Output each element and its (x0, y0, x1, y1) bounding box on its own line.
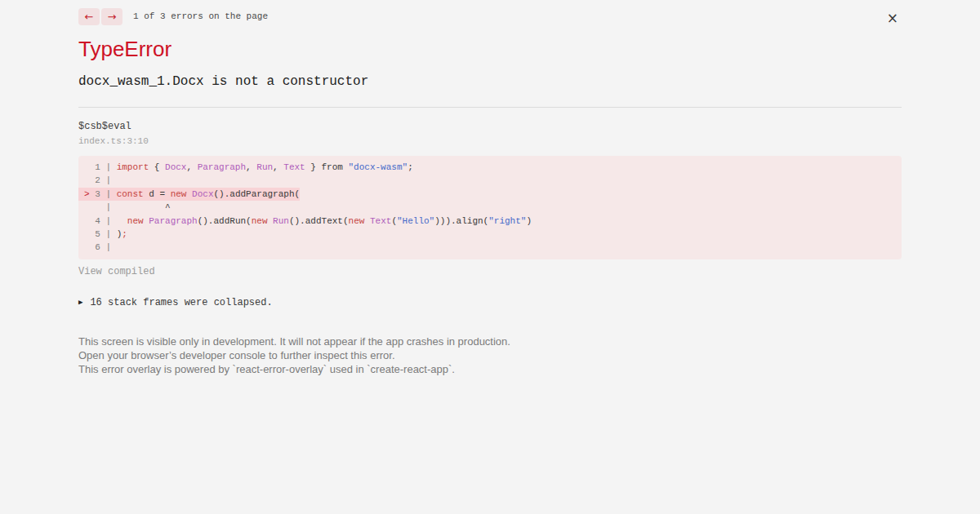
stack-frames-toggle[interactable]: ▶ 16 stack frames were collapsed. (78, 297, 902, 308)
stack-frames-summary: 16 stack frames were collapsed. (90, 297, 272, 308)
code-line: 6 | (84, 241, 896, 254)
next-error-button[interactable]: → (101, 8, 122, 25)
close-button[interactable]: × (887, 11, 898, 25)
right-arrow-icon: → (108, 11, 117, 23)
code-line: 2 | (84, 174, 896, 187)
frame-location: index.ts:3:10 (78, 136, 902, 146)
error-nav: ← → 1 of 3 errors on the page (78, 7, 902, 25)
code-line: 4 | new Paragraph().addRun(new Run().add… (84, 215, 896, 228)
close-icon: × (887, 10, 898, 26)
error-type-heading: TypeError (78, 37, 902, 62)
code-line: 5 | ); (84, 228, 896, 241)
overlay-content: ← → 1 of 3 errors on the page TypeError … (78, 0, 902, 376)
error-overlay: ← → 1 of 3 errors on the page TypeError … (0, 0, 980, 514)
footer-note: This screen is visible only in developme… (78, 335, 902, 348)
divider (78, 107, 902, 108)
frame-function-name: $csb$eval (78, 121, 902, 132)
code-line: > 3 | const d = new Docx().addParagraph( (84, 188, 896, 201)
error-counter: 1 of 3 errors on the page (133, 11, 268, 21)
view-compiled-link[interactable]: View compiled (78, 266, 155, 277)
footer-note: This error overlay is powered by `react-… (78, 363, 902, 376)
code-frame: 1 | import { Docx, Paragraph, Run, Text … (78, 156, 902, 259)
code-line: 1 | import { Docx, Paragraph, Run, Text … (84, 161, 896, 174)
left-arrow-icon: ← (85, 11, 94, 23)
disclosure-triangle-icon: ▶ (78, 298, 82, 307)
footer-note: Open your browser’s developer console to… (78, 349, 902, 362)
code-line: | ^ (84, 201, 896, 214)
error-message: docx_wasm_1.Docx is not a constructor (78, 74, 902, 89)
prev-error-button[interactable]: ← (78, 8, 100, 25)
footer-notes: This screen is visible only in developme… (78, 335, 902, 376)
